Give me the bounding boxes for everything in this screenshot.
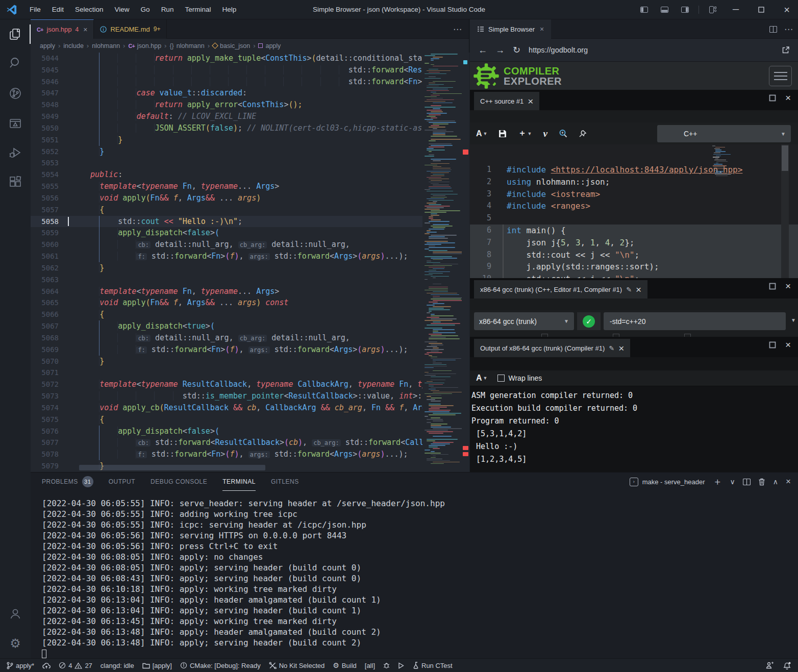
menu-edit[interactable]: Edit (46, 0, 69, 19)
build-button[interactable]: ⚙ Build (333, 661, 356, 669)
close-icon[interactable]: × (636, 285, 641, 294)
notifications-bell-icon[interactable] (783, 662, 791, 669)
customize-layout-icon[interactable] (704, 0, 721, 19)
ce-scrollbar[interactable] (781, 144, 789, 278)
split-editor-icon[interactable] (769, 26, 777, 33)
terminal-dropdown-icon[interactable]: ∨ (730, 478, 735, 486)
editor-more-actions-icon[interactable]: ⋯ (453, 19, 462, 39)
reload-icon[interactable]: ↻ (513, 44, 520, 56)
close-pane-icon[interactable]: × (785, 340, 791, 350)
compiler-pane-tab[interactable]: x86-64 gcc (trunk) (C++, Editor #1, Comp… (474, 280, 647, 298)
compiler-options-input[interactable]: -std=c++20 (604, 312, 786, 330)
language-select[interactable]: C++▼ (657, 125, 791, 142)
zoom-icon[interactable] (559, 129, 567, 138)
vim-mode-icon[interactable]: v (543, 128, 547, 139)
feedback-icon[interactable] (766, 662, 774, 669)
minimize-button[interactable]: ─ (725, 0, 747, 19)
tab-simple-browser[interactable]: Simple Browser × (470, 19, 551, 39)
url-input[interactable]: https://godbolt.org (529, 46, 774, 54)
close-tab-icon[interactable]: × (83, 26, 87, 34)
branch-status[interactable]: apply* (6, 662, 34, 669)
new-terminal-icon[interactable]: ＋ (713, 475, 722, 488)
close-window-button[interactable]: × (776, 0, 798, 19)
sidebar-item-explorer[interactable] (0, 22, 31, 46)
breadcrumb-item[interactable]: nlohmann (92, 42, 120, 49)
maximize-pane-icon[interactable] (769, 94, 776, 102)
maximize-panel-icon[interactable]: ∧ (773, 478, 778, 486)
rename-pane-icon[interactable]: ✎ (609, 344, 614, 352)
tab-readme-md[interactable]: README.md 9+ (94, 19, 167, 39)
font-size-icon[interactable]: A▼ (476, 129, 487, 138)
menu-view[interactable]: View (109, 0, 135, 19)
close-pane-icon[interactable]: × (785, 93, 791, 103)
sidebar-item-extensions[interactable] (0, 170, 31, 194)
breadcrumb-item[interactable]: json.hpp (137, 42, 161, 49)
kit-status[interactable]: No Kit Selected (269, 662, 325, 669)
pin-icon[interactable] (579, 130, 587, 138)
menu-terminal[interactable]: Terminal (179, 0, 216, 19)
sidebar-item-source-control[interactable] (0, 82, 31, 105)
breadcrumb-item[interactable]: include (63, 42, 84, 49)
close-icon[interactable]: × (618, 343, 624, 353)
split-terminal-icon[interactable] (743, 479, 751, 485)
cmake-project-status[interactable]: [apply] (142, 662, 172, 669)
problems-status[interactable]: 4 27 (59, 662, 92, 669)
close-tab-icon[interactable]: × (540, 25, 544, 33)
terminal-output[interactable]: [2022-04-30 06:05:55] INFO: serve_header… (42, 498, 793, 658)
sidebar-item-search[interactable] (0, 51, 31, 74)
browser-more-actions-icon[interactable]: ⋯ (784, 24, 793, 35)
output-pane-tab[interactable]: Output of x86-64 gcc (trunk) (Compiler #… (474, 339, 630, 357)
menu-run[interactable]: Run (156, 0, 180, 19)
overview-ruler[interactable] (462, 53, 469, 472)
save-icon[interactable] (498, 130, 507, 138)
toggle-sidebar-icon[interactable] (635, 0, 653, 19)
maximize-pane-icon[interactable] (769, 283, 776, 290)
options-dropdown-icon[interactable]: ▼ (791, 317, 796, 323)
ce-source-editor[interactable]: 1#include <https://localhost:8443/apply/… (470, 144, 798, 278)
forward-icon[interactable]: → (495, 45, 505, 56)
run-ctest-button[interactable]: Run CTest (412, 662, 453, 669)
menu-selection[interactable]: Selection (69, 0, 109, 19)
minimap[interactable] (422, 53, 462, 472)
tab-problems[interactable]: PROBLEMS 31 (42, 472, 93, 491)
toggle-secondary-sidebar-icon[interactable] (676, 0, 693, 19)
settings-gear-icon[interactable]: ⚙ (0, 632, 31, 655)
close-pane-icon[interactable]: × (785, 281, 791, 291)
menu-go[interactable]: Go (135, 0, 156, 19)
tab-terminal[interactable]: TERMINAL (222, 472, 256, 491)
cmake-status[interactable]: CMake: [Debug]: Ready (180, 662, 261, 669)
menu-help[interactable]: Help (216, 0, 242, 19)
accounts-icon[interactable] (0, 602, 31, 626)
maximize-button[interactable] (750, 0, 772, 19)
tab-gitlens[interactable]: GITLENS (271, 472, 299, 491)
maximize-pane-icon[interactable] (769, 341, 776, 349)
menu-file[interactable]: File (24, 0, 46, 19)
add-pane-icon[interactable]: ＋▼ (518, 128, 532, 139)
breadcrumb-item[interactable]: basic_json (220, 42, 250, 49)
back-icon[interactable]: ← (478, 45, 487, 56)
tab-json-hpp[interactable]: C+ json.hpp 4 × (31, 19, 94, 39)
source-pane-tab[interactable]: C++ source #1× (474, 92, 539, 110)
build-target[interactable]: [all] (365, 662, 375, 669)
debug-button[interactable] (383, 662, 390, 669)
publish-status[interactable] (42, 662, 51, 669)
rename-pane-icon[interactable]: ✎ (626, 286, 632, 293)
wrap-lines-checkbox[interactable]: Wrap lines (497, 374, 542, 382)
close-panel-icon[interactable]: × (786, 477, 791, 487)
breadcrumb-item[interactable]: nlohmann (177, 42, 205, 49)
sidebar-item-run-and-debug[interactable] (0, 141, 31, 165)
font-size-icon[interactable]: A▼ (476, 374, 487, 383)
close-icon[interactable]: × (528, 96, 533, 106)
compiler-select[interactable]: x86-64 gcc (trunk)▼ (474, 312, 574, 330)
sidebar-item-live-preview[interactable] (0, 112, 31, 135)
breadcrumb-item[interactable]: apply (265, 42, 281, 49)
hamburger-menu-icon[interactable] (769, 66, 792, 86)
code-editor[interactable]: 5044 return apply_make_tuple<ConstThis>(… (31, 53, 469, 472)
open-external-icon[interactable] (782, 46, 790, 54)
clangd-status[interactable]: clangd: idle (101, 662, 134, 669)
kill-terminal-icon[interactable] (758, 478, 765, 486)
toggle-panel-icon[interactable] (656, 0, 673, 19)
launch-button[interactable] (398, 662, 404, 669)
tab-debug-console[interactable]: DEBUG CONSOLE (151, 472, 207, 491)
tab-output[interactable]: OUTPUT (109, 472, 135, 491)
